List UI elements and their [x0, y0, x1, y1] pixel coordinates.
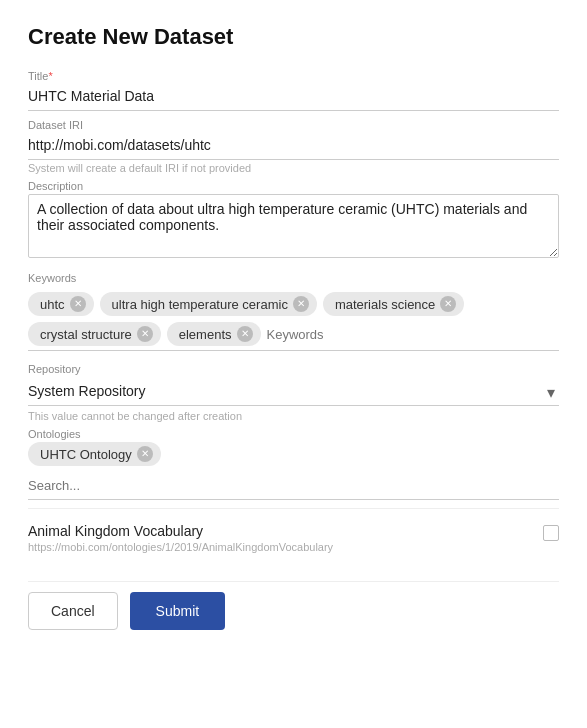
iri-input[interactable] [28, 133, 559, 160]
keyword-tag-ultra-high-temp: ultra high temperature ceramic ✕ [100, 292, 317, 316]
ontologies-section: Ontologies UHTC Ontology ✕ [28, 428, 559, 500]
title-field-group: Title* [28, 70, 559, 111]
ontology-search-input[interactable] [28, 474, 559, 500]
keyword-label: materials science [335, 297, 435, 312]
keyword-label: crystal structure [40, 327, 132, 342]
form-footer: Cancel Submit [28, 581, 559, 630]
iri-field-group: Dataset IRI [28, 119, 559, 160]
iri-label: Dataset IRI [28, 119, 559, 131]
keyword-tag-materials-science: materials science ✕ [323, 292, 464, 316]
repository-label: Repository [28, 363, 559, 375]
list-item: Animal Kingdom Vocabulary https://mobi.c… [28, 508, 559, 563]
keyword-label: uhtc [40, 297, 65, 312]
ontology-item-info: Animal Kingdom Vocabulary https://mobi.c… [28, 523, 333, 553]
ontology-tag-label: UHTC Ontology [40, 447, 132, 462]
repository-hint: This value cannot be changed after creat… [28, 410, 559, 422]
remove-keyword-ultra-high-temp[interactable]: ✕ [293, 296, 309, 312]
remove-keyword-crystal-structure[interactable]: ✕ [137, 326, 153, 342]
remove-keyword-uhtc[interactable]: ✕ [70, 296, 86, 312]
ontology-item-title: Animal Kingdom Vocabulary [28, 523, 333, 539]
ontologies-label: Ontologies [28, 428, 559, 440]
description-label: Description [28, 180, 559, 192]
ontology-tag-uhtc: UHTC Ontology ✕ [28, 442, 161, 466]
page-title: Create New Dataset [28, 24, 559, 50]
title-input[interactable] [28, 84, 559, 111]
iri-hint: System will create a default IRI if not … [28, 162, 559, 174]
submit-button[interactable]: Submit [130, 592, 226, 630]
repository-field-group: Repository System Repository ▾ This valu… [28, 363, 559, 422]
cancel-button[interactable]: Cancel [28, 592, 118, 630]
keywords-input[interactable] [267, 327, 435, 342]
keyword-tag-elements: elements ✕ [167, 322, 261, 346]
keyword-tag-crystal-structure: crystal structure ✕ [28, 322, 161, 346]
ontology-list: Animal Kingdom Vocabulary https://mobi.c… [28, 508, 559, 563]
keyword-tag-uhtc: uhtc ✕ [28, 292, 94, 316]
remove-keyword-materials-science[interactable]: ✕ [440, 296, 456, 312]
keyword-label: elements [179, 327, 232, 342]
keywords-container: uhtc ✕ ultra high temperature ceramic ✕ … [28, 286, 559, 351]
remove-keyword-elements[interactable]: ✕ [237, 326, 253, 342]
title-label: Title* [28, 70, 559, 82]
description-input[interactable]: A collection of data about ultra high te… [28, 194, 559, 258]
keyword-label: ultra high temperature ceramic [112, 297, 288, 312]
ontology-item-checkbox[interactable] [543, 525, 559, 541]
keywords-label: Keywords [28, 272, 559, 284]
description-field-group: Description A collection of data about u… [28, 180, 559, 262]
ontology-item-url: https://mobi.com/ontologies/1/2019/Anima… [28, 541, 333, 553]
repository-select[interactable]: System Repository [28, 377, 559, 406]
keywords-section: Keywords uhtc ✕ ultra high temperature c… [28, 272, 559, 351]
repository-select-container: System Repository ▾ [28, 377, 559, 406]
ontology-tags-container: UHTC Ontology ✕ [28, 442, 559, 474]
remove-ontology-uhtc[interactable]: ✕ [137, 446, 153, 462]
